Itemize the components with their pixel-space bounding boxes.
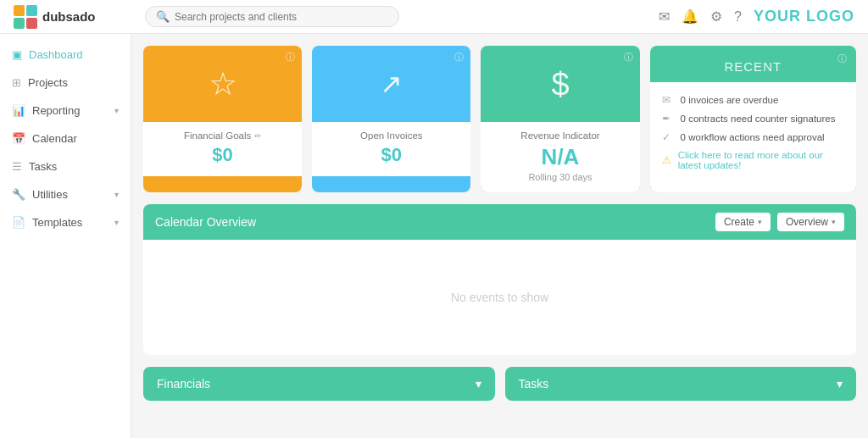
financials-title: Financials	[157, 377, 210, 391]
recent-item-4[interactable]: ⚠ Click here to read more about our late…	[662, 147, 844, 174]
main-wrap: ▣ Dashboard ⊞ Projects 📊 Reporting ▾ 📅 C…	[0, 34, 868, 438]
topbar-right: ✉ 🔔 ⚙ ? YOUR LOGO	[659, 8, 854, 25]
dashboard-icon: ▣	[12, 48, 22, 61]
topbar: dubsado 🔍 ✉ 🔔 ⚙ ? YOUR LOGO	[0, 0, 868, 34]
tasks-header[interactable]: Tasks ▾	[505, 367, 857, 401]
contract-icon: ✒	[662, 113, 674, 125]
recent-header: RECENT ⓘ	[650, 46, 856, 82]
financials-chevron: ▾	[476, 377, 481, 391]
recent-info-btn[interactable]: ⓘ	[837, 53, 848, 65]
recent-text-4: Click here to read more about our latest…	[678, 150, 844, 170]
recent-title: RECENT	[724, 59, 782, 74]
mail-icon[interactable]: ✉	[659, 8, 670, 25]
revenue-card: $ ⓘ Revenue Indicator N/A Rolling 30 day…	[481, 46, 639, 192]
financials-card: Financials ▾	[143, 367, 495, 401]
edit-icon[interactable]: ✏	[254, 131, 261, 141]
sidebar-item-utilities[interactable]: 🔧 Utilities ▾	[0, 180, 131, 208]
financial-goals-card: ☆ ⓘ Financial Goals ✏ $0	[143, 46, 302, 192]
sidebar-item-tasks[interactable]: ☰ Tasks	[0, 152, 131, 180]
reporting-icon: 📊	[12, 104, 25, 117]
cards-row: ☆ ⓘ Financial Goals ✏ $0 ↗ ⓘ	[143, 46, 856, 192]
revenue-label: Revenue Indicator	[491, 130, 629, 141]
financial-label: Financial Goals ✏	[153, 130, 292, 141]
calendar-section: Calendar Overview Create ▾ Overview ▾ No…	[143, 204, 856, 355]
financial-icon-area: ☆ ⓘ	[143, 46, 302, 122]
dubsado-logo-icon	[14, 5, 37, 29]
sidebar: ▣ Dashboard ⊞ Projects 📊 Reporting ▾ 📅 C…	[0, 34, 131, 438]
sidebar-label-tasks: Tasks	[29, 160, 57, 173]
recent-body: ✉ 0 invoices are overdue ✒ 0 contracts n…	[650, 82, 856, 192]
invoices-card-body: Open Invoices $0	[312, 122, 470, 176]
open-invoices-card: ↗ ⓘ Open Invoices $0	[312, 46, 470, 192]
invoices-info-btn[interactable]: ⓘ	[454, 51, 464, 64]
sidebar-label-dashboard: Dashboard	[29, 48, 83, 61]
recent-text-2: 0 contracts need counter signatures	[681, 114, 836, 124]
svg-rect-1	[26, 5, 37, 16]
gear-icon[interactable]: ⚙	[710, 8, 722, 25]
create-button[interactable]: Create ▾	[715, 213, 771, 231]
calendar-empty: No events to show	[143, 240, 856, 355]
svg-rect-2	[14, 18, 25, 29]
sidebar-label-calendar: Calendar	[32, 132, 77, 145]
search-area[interactable]: 🔍	[145, 6, 399, 27]
financial-card-body: Financial Goals ✏ $0	[143, 122, 302, 176]
dollar-icon: $	[551, 66, 569, 103]
search-input[interactable]	[175, 11, 388, 23]
tasks-title: Tasks	[519, 377, 549, 391]
sidebar-item-calendar[interactable]: 📅 Calendar	[0, 125, 131, 152]
tasks-card: Tasks ▾	[505, 367, 857, 401]
your-logo: YOUR LOGO	[754, 8, 854, 25]
revenue-icon-area: $ ⓘ	[481, 46, 639, 122]
logo-area: dubsado	[14, 5, 145, 29]
create-chevron: ▾	[758, 218, 762, 226]
search-icon: 🔍	[156, 10, 170, 23]
financial-info-btn[interactable]: ⓘ	[286, 51, 295, 64]
sidebar-label-reporting: Reporting	[32, 104, 80, 117]
svg-rect-0	[14, 5, 25, 16]
calendar-icon: 📅	[12, 132, 25, 145]
recent-text-1: 0 invoices are overdue	[681, 95, 779, 105]
recent-text-3: 0 workflow actions need approval	[681, 132, 825, 142]
svg-rect-3	[26, 18, 37, 29]
overview-button[interactable]: Overview ▾	[777, 213, 844, 231]
sidebar-item-dashboard[interactable]: ▣ Dashboard	[0, 41, 131, 69]
financial-value: $0	[153, 144, 292, 166]
invoices-value: $0	[322, 144, 460, 166]
overview-chevron: ▾	[832, 218, 836, 226]
invoice-icon: ✉	[662, 94, 674, 106]
sidebar-label-projects: Projects	[28, 76, 68, 89]
revenue-card-body: Revenue Indicator N/A Rolling 30 days	[481, 122, 639, 192]
invoices-label: Open Invoices	[322, 130, 460, 141]
star-icon: ☆	[209, 65, 237, 103]
sidebar-label-utilities: Utilities	[32, 188, 68, 201]
recent-item-2: ✒ 0 contracts need counter signatures	[662, 109, 844, 128]
tasks-icon: ☰	[12, 160, 22, 173]
financials-header[interactable]: Financials ▾	[143, 367, 495, 401]
logo-text: dubsado	[42, 9, 96, 24]
utilities-chevron: ▾	[114, 190, 119, 199]
warning-icon: ⚠	[662, 154, 671, 166]
sidebar-item-templates[interactable]: 📄 Templates ▾	[0, 208, 131, 236]
revenue-sub: Rolling 30 days	[491, 172, 629, 182]
calendar-title: Calendar Overview	[155, 215, 256, 229]
recent-item-3: ✓ 0 workflow actions need approval	[662, 128, 844, 147]
templates-icon: 📄	[12, 216, 25, 229]
calendar-header: Calendar Overview Create ▾ Overview ▾	[143, 204, 856, 240]
recent-card: RECENT ⓘ ✉ 0 invoices are overdue ✒ 0 co…	[650, 46, 856, 192]
content-area: ☆ ⓘ Financial Goals ✏ $0 ↗ ⓘ	[131, 34, 868, 438]
invoices-icon-area: ↗ ⓘ	[312, 46, 470, 122]
bell-icon[interactable]: 🔔	[682, 8, 698, 25]
sidebar-item-projects[interactable]: ⊞ Projects	[0, 69, 131, 97]
sidebar-item-reporting[interactable]: 📊 Reporting ▾	[0, 97, 131, 125]
help-icon[interactable]: ?	[734, 9, 742, 25]
reporting-chevron: ▾	[114, 106, 119, 115]
projects-icon: ⊞	[12, 76, 21, 89]
revenue-value: N/A	[491, 144, 629, 170]
revenue-info-btn[interactable]: ⓘ	[624, 51, 633, 64]
calendar-buttons: Create ▾ Overview ▾	[715, 213, 844, 231]
utilities-icon: 🔧	[12, 188, 25, 201]
sidebar-label-templates: Templates	[32, 216, 82, 229]
trend-icon: ↗	[380, 68, 403, 100]
bottom-row: Financials ▾ Tasks ▾	[143, 367, 856, 401]
tasks-chevron: ▾	[837, 377, 843, 391]
